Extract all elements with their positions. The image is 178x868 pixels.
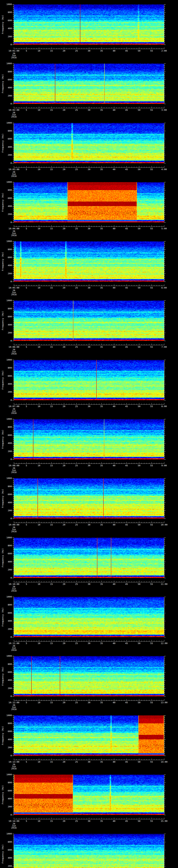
y-tick-label: 1000 bbox=[4, 714, 12, 717]
y-tick bbox=[13, 208, 14, 209]
x-tick bbox=[139, 462, 139, 464]
time-end-label: 6:00 bbox=[161, 287, 167, 289]
x-tick-label: 15 bbox=[50, 524, 53, 526]
y-tick bbox=[12, 190, 14, 190]
x-tick-label: 30 bbox=[88, 405, 90, 408]
x-tick bbox=[126, 225, 127, 226]
x-tick bbox=[144, 700, 144, 701]
x-tick bbox=[101, 344, 102, 345]
y-tick bbox=[13, 315, 14, 315]
y-tick-label: 0 bbox=[4, 399, 12, 401]
x-tick-label: 15 bbox=[50, 701, 53, 704]
y-tick bbox=[12, 104, 14, 104]
x-tick bbox=[126, 521, 127, 523]
x-tick bbox=[96, 759, 97, 760]
x-tick bbox=[114, 106, 114, 108]
x-tick bbox=[16, 759, 17, 760]
x-tick bbox=[124, 404, 124, 404]
x-tick bbox=[49, 344, 49, 345]
y-tick-label: 800 bbox=[4, 426, 12, 428]
x-tick bbox=[89, 106, 89, 108]
y-tick-label: 1000 bbox=[4, 122, 12, 124]
y-right-tick bbox=[164, 866, 166, 866]
y-right-tick bbox=[164, 163, 166, 163]
x-tick bbox=[101, 640, 102, 641]
y-tick bbox=[13, 552, 14, 552]
x-tick bbox=[107, 700, 107, 701]
y-right-tick bbox=[164, 182, 166, 182]
y-right-tick bbox=[164, 129, 165, 129]
x-tick bbox=[26, 462, 27, 464]
x-tick-label: 20 bbox=[63, 109, 65, 111]
y-right-tick bbox=[164, 611, 165, 611]
y-right-tick bbox=[164, 556, 165, 556]
y-right-tick bbox=[164, 811, 165, 811]
y-tick bbox=[13, 848, 14, 848]
y-right-tick bbox=[164, 544, 165, 544]
x-tick bbox=[104, 522, 104, 523]
x-tick bbox=[112, 463, 112, 464]
y-tick bbox=[13, 803, 14, 803]
y-tick-label: 800 bbox=[4, 722, 12, 724]
y-tick bbox=[13, 67, 14, 68]
y-right-tick bbox=[164, 484, 165, 485]
x-tick bbox=[26, 48, 27, 49]
x-tick-label: 25 bbox=[75, 583, 78, 585]
y-right-tick bbox=[164, 478, 166, 478]
x-axis-line bbox=[14, 760, 164, 760]
x-tick bbox=[14, 106, 14, 108]
y-tick bbox=[13, 382, 14, 382]
y-tick bbox=[13, 151, 14, 151]
x-tick bbox=[79, 404, 79, 404]
y-right-tick bbox=[164, 623, 165, 623]
y-tick bbox=[13, 94, 14, 94]
time-start-label: 10:03:00 bbox=[8, 168, 20, 170]
y-tick-label: 200 bbox=[4, 865, 12, 867]
x-tick bbox=[96, 700, 97, 701]
x-tick bbox=[16, 818, 17, 819]
time-end-label: 13:00 bbox=[160, 701, 168, 704]
y-right-tick bbox=[164, 443, 166, 443]
x-tick bbox=[109, 581, 109, 582]
y-tick-label: 400 bbox=[4, 264, 12, 267]
y-tick bbox=[13, 84, 14, 84]
x-tick bbox=[112, 344, 112, 345]
x-tick bbox=[131, 48, 132, 49]
y-tick bbox=[13, 125, 14, 125]
y-tick bbox=[13, 786, 14, 787]
y-tick bbox=[13, 270, 14, 270]
y-right-tick bbox=[164, 506, 165, 507]
y-tick bbox=[12, 494, 14, 495]
y-tick bbox=[13, 433, 14, 433]
spectrogram-panel: Frequency (Hz)02004006008001000510152025… bbox=[0, 59, 178, 118]
x-tick bbox=[149, 522, 149, 523]
x-tick bbox=[49, 759, 49, 760]
x-tick bbox=[44, 48, 44, 49]
x-tick-label: 30 bbox=[88, 761, 90, 763]
y-tick bbox=[13, 388, 14, 388]
x-tick bbox=[126, 344, 127, 345]
y-tick-label: 200 bbox=[4, 628, 12, 630]
y-tick-label: 1000 bbox=[4, 3, 12, 5]
y-tick bbox=[12, 80, 14, 80]
x-tick bbox=[126, 818, 127, 819]
y-right-tick bbox=[164, 382, 165, 382]
y-tick bbox=[13, 135, 14, 135]
x-tick-label: 35 bbox=[100, 227, 103, 230]
x-tick-label: 10 bbox=[37, 524, 40, 526]
spectrogram-image bbox=[14, 4, 164, 44]
time-end-label: 3:00 bbox=[161, 109, 167, 111]
y-tick bbox=[13, 141, 14, 141]
x-tick-label: 50 bbox=[138, 227, 141, 230]
y-tick bbox=[13, 508, 14, 509]
spectrogram-panel: Frequency (Hz)02004006008001000510152025… bbox=[0, 533, 178, 592]
y-right-tick bbox=[164, 457, 165, 458]
y-right-tick bbox=[164, 797, 165, 797]
x-tick bbox=[139, 699, 139, 701]
y-tick-label: 200 bbox=[4, 687, 12, 689]
time-end-label: 11:00 bbox=[160, 583, 168, 585]
y-right-tick bbox=[164, 32, 165, 33]
y-right-tick bbox=[164, 433, 165, 433]
time-start-label: 10:14:00 bbox=[8, 820, 20, 823]
x-tick bbox=[109, 700, 109, 701]
